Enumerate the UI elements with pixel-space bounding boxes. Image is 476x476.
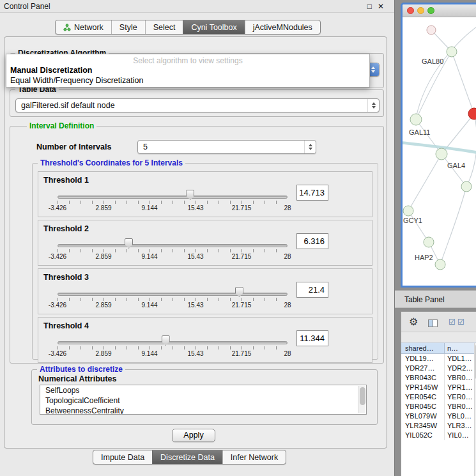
control-panel-tabbar: Network Style Select Cyni Toolbox jActiv… <box>55 20 321 35</box>
table-cell-name: YBL0… <box>445 411 476 421</box>
close-traffic-light-icon[interactable] <box>407 7 414 14</box>
node-label: GAL80 <box>422 58 443 65</box>
network-node[interactable] <box>447 47 457 57</box>
table-row[interactable]: YDR27…YDR2… <box>401 364 476 373</box>
slider-track[interactable] <box>58 293 288 296</box>
table-columns-icon[interactable] <box>428 318 438 330</box>
scale-tick-label: 21.715 <box>232 302 252 309</box>
tab-infer-network[interactable]: Infer Network <box>222 450 286 464</box>
network-node[interactable] <box>461 181 472 192</box>
scale-tick-label: 28 <box>284 253 291 260</box>
threshold-3-value-field[interactable]: 21.4 <box>296 282 328 298</box>
network-view-window: GAL80 GAL11 GAL4 GCY1 HAP2 <box>401 3 476 288</box>
scrollbar-thumb[interactable] <box>360 387 365 405</box>
table-row[interactable]: YBR045CYBR0… <box>401 402 476 411</box>
scale-tick-label: 15.43 <box>187 302 203 309</box>
float-window-icon[interactable]: □ <box>367 1 372 12</box>
scale-tick-label: 21.715 <box>232 204 252 211</box>
slider-scale: -3.4262.8599.14415.4321.71528 <box>58 253 288 261</box>
table-cell-shared-name: YBR045C <box>401 402 445 411</box>
network-canvas[interactable]: GAL80 GAL11 GAL4 GCY1 HAP2 <box>403 17 476 286</box>
tab-cyni-toolbox-label: Cyni Toolbox <box>191 23 236 32</box>
table-cell-shared-name: YDL19… <box>401 354 445 364</box>
tab-style[interactable]: Style <box>111 20 145 34</box>
combo-arrows-icon <box>367 99 379 112</box>
gear-icon[interactable]: ⚙ <box>409 316 418 328</box>
attribute-list-item[interactable]: BetweennessCentrality <box>40 406 366 415</box>
checkbox-icon[interactable]: ☑ <box>449 318 456 326</box>
cyni-toolbox-panel: Discretization Algorithm Select algorith… <box>4 36 387 449</box>
scale-tick-label: 9.144 <box>141 253 157 260</box>
tab-network-label: Network <box>74 23 104 32</box>
network-node[interactable] <box>436 148 447 160</box>
table-panel-window: ⚙ ☑ ☑ shared… n… YDL19…YDL1…YDR27…YDR2…Y… <box>401 311 476 476</box>
scale-tick-label: 21.715 <box>232 253 252 260</box>
table-row[interactable]: YER054CYER0… <box>401 392 476 402</box>
dropdown-option-equal-width-frequency[interactable]: Equal Width/Frequency Discretization <box>10 76 143 85</box>
column-header-name[interactable]: n… <box>445 343 476 353</box>
tab-jactivemnodules[interactable]: jActiveMNodules <box>245 20 320 34</box>
checkbox-icon[interactable]: ☑ <box>457 318 464 326</box>
network-node[interactable] <box>435 259 445 270</box>
window-title: Control Panel <box>4 2 50 11</box>
minimize-traffic-light-icon[interactable] <box>417 7 424 14</box>
node-label: GAL4 <box>447 162 465 169</box>
threshold-3-slider: -3.4262.8599.14415.4321.71528 <box>58 287 288 312</box>
network-node[interactable] <box>403 206 413 216</box>
attributes-scrollbar[interactable] <box>358 386 365 413</box>
tab-impute-data[interactable]: Impute Data <box>93 450 152 464</box>
table-cell-name: YBR0… <box>445 402 476 411</box>
close-window-icon[interactable]: ✕ <box>378 1 384 12</box>
table-cell-name: YPR1… <box>445 383 476 392</box>
slider-ticks <box>58 201 288 204</box>
table-row[interactable]: YLR345WYLR3… <box>401 421 476 431</box>
attribute-list-item[interactable]: SelfLoops <box>40 385 366 395</box>
control-panel-window: Control Panel □ ✕ Network Style Select C… <box>0 0 395 476</box>
table-row[interactable]: YIL052CYIL0… <box>401 431 476 440</box>
scale-tick-label: 2.859 <box>95 253 111 260</box>
slider-ticks <box>58 346 288 349</box>
tab-style-label: Style <box>119 23 137 32</box>
network-node[interactable] <box>410 114 422 125</box>
slider-track[interactable] <box>58 196 288 199</box>
table-cell-shared-name: YIL052C <box>401 431 445 440</box>
tab-cyni-toolbox[interactable]: Cyni Toolbox <box>183 20 244 34</box>
threshold-4-label: Threshold 4 <box>43 321 89 330</box>
tab-select[interactable]: Select <box>145 20 183 34</box>
algorithm-placeholder: Select algorithm to view settings <box>6 56 369 65</box>
scale-tick-label: 9.144 <box>141 204 157 211</box>
network-node[interactable] <box>424 237 434 247</box>
table-row[interactable]: YPR145WYPR1… <box>401 383 476 392</box>
table-row[interactable]: YDL19…YDL1… <box>401 354 476 364</box>
table-cell-shared-name: YBL079W <box>401 411 445 421</box>
table-header-row: shared… n… <box>401 342 476 354</box>
threshold-1-value-field[interactable]: 14.713 <box>296 185 328 201</box>
number-of-intervals-select[interactable]: 5 <box>137 140 316 154</box>
tab-network[interactable]: Network <box>56 20 111 34</box>
threshold-2-panel: Threshold 2 -3.4262.8599.14415.4321.7152… <box>38 220 372 266</box>
slider-track[interactable] <box>58 341 288 344</box>
network-node[interactable] <box>427 26 436 35</box>
numerical-attributes-heading: Numerical Attributes <box>38 374 116 383</box>
threshold-2-value-field[interactable]: 6.316 <box>296 233 328 249</box>
table-cell-shared-name: YBR043C <box>401 373 445 383</box>
numerical-attributes-list: SelfLoopsTopologicalCoefficientBetweenne… <box>40 385 367 415</box>
attribute-list-item[interactable]: TopologicalCoefficient <box>40 395 366 406</box>
slider-track[interactable] <box>58 244 288 247</box>
scale-tick-label: 2.859 <box>95 204 111 211</box>
threshold-1-slider: -3.4262.8599.14415.4321.71528 <box>58 190 288 215</box>
algorithm-dropdown-popup: Select algorithm to view settings Manual… <box>6 54 370 88</box>
scale-tick-label: 28 <box>284 204 291 211</box>
selected-network-node[interactable] <box>468 108 476 119</box>
zoom-traffic-light-icon[interactable] <box>427 7 434 14</box>
threshold-4-value-field[interactable]: 11.344 <box>296 330 328 346</box>
table-row[interactable]: YBL079WYBL0… <box>401 411 476 421</box>
tab-discretize-data[interactable]: Discretize Data <box>152 450 222 464</box>
dropdown-option-manual-discretization[interactable]: Manual Discretization <box>10 66 93 75</box>
table-row[interactable]: YBR043CYBR0… <box>401 373 476 383</box>
network-node-labels: GAL80 GAL11 GAL4 GCY1 HAP2 <box>403 58 465 261</box>
apply-button[interactable]: Apply <box>172 429 215 442</box>
table-data-select[interactable]: galFiltered.sif default node <box>15 98 380 112</box>
column-header-shared-name[interactable]: shared… <box>401 343 445 353</box>
tab-discretize-data-label: Discretize Data <box>160 453 215 462</box>
